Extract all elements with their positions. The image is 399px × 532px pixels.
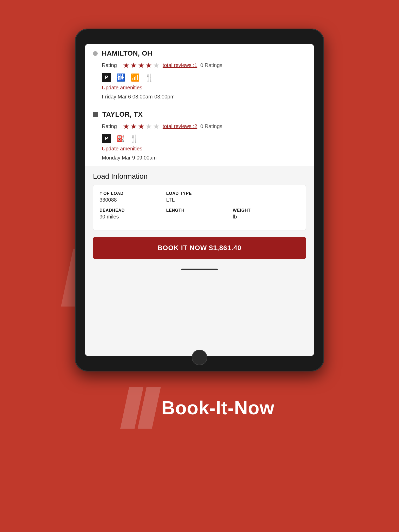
load-fields-grid: # OF LOAD 330088 LOAD TYPE LTL DEADHEAD … [99,191,300,225]
star-4: ★ [145,61,152,70]
hamilton-name: HAMILTON, OH [102,49,152,57]
star-t4-empty: ★ [145,122,152,131]
weight-label: WEIGHT [233,208,300,213]
hamilton-total-reviews[interactable]: total reviews :1 [163,62,197,68]
load-info-section: Load Information # OF LOAD 330088 LOAD T… [85,166,314,356]
restroom-icon: 🚻 [116,73,125,82]
star-5-empty: ★ [153,61,159,70]
hamilton-update-amenities[interactable]: Update amenities [93,85,306,91]
taylor-name: TAYLOR, TX [102,110,143,118]
fuel-icon: ⛽ [116,135,125,143]
bottom-branding: Book-It-Now [125,387,275,429]
wifi-icon: 📶 [131,73,140,82]
hamilton-amenities: P 🚻 📶 🍴 [93,73,306,82]
hamilton-stars: ★ ★ ★ ★ ★ [123,61,159,70]
location-entry-taylor: TAYLOR, TX Rating : ★ ★ ★ ★ ★ total [93,105,306,166]
load-info-card: # OF LOAD 330088 LOAD TYPE LTL DEADHEAD … [93,185,306,230]
book-it-now-button[interactable]: BOOK IT NOW $1,861.40 [93,237,306,259]
parking-icon: P [102,73,111,82]
taylor-rating-label: Rating : [102,123,120,129]
weight-field: WEIGHT lb [233,208,300,220]
star-3: ★ [138,61,144,70]
taylor-food-icon: 🍴 [130,134,139,143]
taylor-amenities: P ⛽ 🍴 [93,134,306,143]
length-field: LENGTH [166,208,233,220]
deadhead-field: DEADHEAD 90 miles [99,208,166,220]
deadhead-label: DEADHEAD [99,208,166,213]
load-empty-field [233,191,300,203]
length-label: LENGTH [166,208,233,213]
load-number-field: # OF LOAD 330088 [99,191,166,203]
star-t1: ★ [123,122,129,131]
location-entry-hamilton: HAMILTON, OH Rating : ★ ★ ★ ★ ★ tot [93,44,306,105]
tablet-home-button[interactable] [192,350,207,365]
load-number-value: 330088 [99,197,166,203]
location-dot-taylor [93,112,98,117]
taylor-update-amenities[interactable]: Update amenities [93,146,306,152]
hamilton-ratings-count: 0 Ratings [200,62,222,68]
taylor-ratings-count: 0 Ratings [200,123,222,129]
hamilton-schedule: Friday Mar 6 08:00am-03:00pm [93,94,175,99]
taylor-total-reviews[interactable]: total reviews :2 [163,123,197,129]
tablet-screen: HAMILTON, OH Rating : ★ ★ ★ ★ ★ tot [85,44,314,356]
hamilton-rating-label: Rating : [102,62,120,68]
bottom-title: Book-It-Now [162,397,275,418]
star-t5-empty: ★ [153,122,159,131]
food-icon: 🍴 [145,73,154,82]
location-dot-hamilton [93,51,98,56]
load-type-value: LTL [166,197,233,203]
load-type-label: LOAD TYPE [166,191,233,196]
star-2: ★ [130,61,137,70]
taylor-schedule: Monday Mar 9 09:00am [93,155,157,161]
weight-value: lb [233,214,300,220]
load-type-field: LOAD TYPE LTL [166,191,233,203]
star-1: ★ [123,61,129,70]
deadhead-value: 90 miles [99,214,166,220]
locations-section: HAMILTON, OH Rating : ★ ★ ★ ★ ★ tot [85,44,314,166]
taylor-stars: ★ ★ ★ ★ ★ [123,122,159,131]
star-t2: ★ [130,122,137,131]
load-number-label: # OF LOAD [99,191,166,196]
load-info-title: Load Information [93,172,306,181]
taylor-parking-icon: P [102,134,111,143]
tablet-frame: HAMILTON, OH Rating : ★ ★ ★ ★ ★ tot [75,29,324,371]
home-bar-indicator [181,269,218,270]
star-t3: ★ [138,122,144,131]
